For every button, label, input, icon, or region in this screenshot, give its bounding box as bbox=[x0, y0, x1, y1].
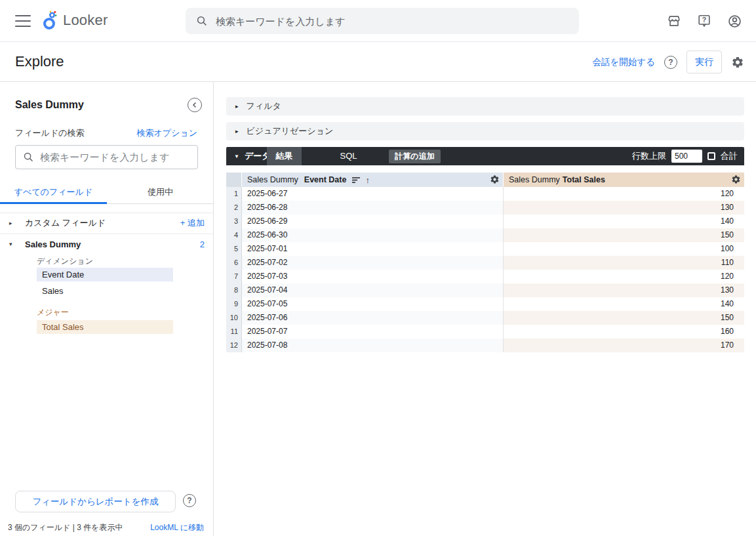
global-search[interactable] bbox=[186, 8, 579, 34]
table-row: 42025-06-30150 bbox=[226, 228, 744, 242]
visualization-panel-label: ビジュアリゼーション bbox=[247, 125, 334, 137]
total-sales-cell[interactable]: 160 bbox=[504, 325, 744, 339]
account-icon[interactable] bbox=[726, 12, 743, 30]
filters-panel-label: フィルタ bbox=[247, 100, 281, 112]
column-gear-icon[interactable] bbox=[490, 175, 500, 184]
total-sales-cell[interactable]: 130 bbox=[504, 201, 744, 215]
event-date-cell[interactable]: 2025-07-07 bbox=[242, 325, 504, 339]
logo-text: Looker bbox=[63, 12, 108, 29]
total-sales-cell[interactable]: 170 bbox=[504, 339, 744, 352]
view-sales-dummy-row[interactable]: ▾ Sales Dummy 2 bbox=[0, 234, 214, 254]
marketplace-icon[interactable] bbox=[666, 12, 683, 30]
column-name: Total Sales bbox=[563, 175, 605, 184]
view-name: Sales Dummy bbox=[25, 239, 200, 249]
table-row: 122025-07-08170 bbox=[226, 339, 744, 352]
totals-label: 合計 bbox=[721, 150, 738, 162]
event-date-cell[interactable]: 2025-07-08 bbox=[242, 339, 504, 352]
tab-in-use[interactable]: 使用中 bbox=[107, 182, 214, 203]
search-options-link[interactable]: 検索オプション bbox=[136, 127, 197, 139]
page-title: Explore bbox=[15, 53, 64, 70]
field-search-label: フィールドの検索 bbox=[15, 127, 85, 139]
sort-ascending-arrow-icon: ↑ bbox=[365, 175, 370, 185]
table-row: 62025-07-02110 bbox=[226, 256, 744, 270]
top-app-bar: Looker ? bbox=[0, 0, 756, 42]
global-search-input[interactable] bbox=[216, 16, 568, 27]
total-sales-cell[interactable]: 140 bbox=[504, 215, 744, 228]
svg-text:?: ? bbox=[702, 16, 706, 24]
column-header-event-date[interactable]: Sales DummyEvent Date ↑ bbox=[242, 173, 504, 187]
event-date-cell[interactable]: 2025-07-06 bbox=[242, 311, 504, 325]
add-calculation-button[interactable]: 計算の追加 bbox=[389, 150, 441, 163]
event-date-cell[interactable]: 2025-07-03 bbox=[242, 270, 504, 283]
results-table-body: 12025-06-2712022025-06-2813032025-06-291… bbox=[226, 187, 744, 352]
column-gear-icon[interactable] bbox=[731, 175, 741, 184]
row-number: 11 bbox=[226, 325, 242, 339]
table-row: 32025-06-29140 bbox=[226, 215, 744, 228]
custom-fields-label: カスタム フィールド bbox=[25, 217, 180, 229]
explore-settings-gear-icon[interactable] bbox=[731, 56, 744, 69]
event-date-cell[interactable]: 2025-07-02 bbox=[242, 256, 504, 270]
table-row: 112025-07-07160 bbox=[226, 325, 744, 339]
results-table-header: Sales DummyEvent Date ↑ Sales DummyTotal… bbox=[226, 173, 744, 187]
event-date-cell[interactable]: 2025-07-05 bbox=[242, 297, 504, 311]
totals-checkbox[interactable] bbox=[707, 152, 715, 160]
tab-results[interactable]: 結果 bbox=[267, 147, 302, 165]
create-report-help-icon[interactable]: ? bbox=[183, 494, 196, 507]
row-number: 12 bbox=[226, 339, 242, 352]
column-prefix: Sales Dummy bbox=[247, 175, 298, 184]
chevron-right-icon: ▸ bbox=[9, 220, 25, 226]
field-sales[interactable]: Sales bbox=[37, 284, 173, 298]
dimensions-section-label: ディメンション bbox=[37, 256, 93, 267]
event-date-cell[interactable]: 2025-07-01 bbox=[242, 242, 504, 256]
data-panel-toggle[interactable]: ▼ データ bbox=[234, 147, 271, 165]
total-sales-cell[interactable]: 120 bbox=[504, 270, 744, 283]
conversation-help-icon[interactable]: ? bbox=[664, 56, 677, 69]
event-date-cell[interactable]: 2025-06-30 bbox=[242, 228, 504, 242]
event-date-cell[interactable]: 2025-06-27 bbox=[242, 187, 504, 201]
total-sales-cell[interactable]: 110 bbox=[504, 256, 744, 270]
total-sales-cell[interactable]: 100 bbox=[504, 242, 744, 256]
total-sales-cell[interactable]: 150 bbox=[504, 228, 744, 242]
total-sales-cell[interactable]: 120 bbox=[504, 187, 744, 201]
row-limit-label: 行数上限 bbox=[632, 150, 666, 162]
row-number: 10 bbox=[226, 311, 242, 325]
table-row: 72025-07-03120 bbox=[226, 270, 744, 283]
visualization-panel-bar[interactable]: ▸ ビジュアリゼーション bbox=[226, 122, 744, 140]
event-date-cell[interactable]: 2025-06-29 bbox=[242, 215, 504, 228]
tab-sql[interactable]: SQL bbox=[331, 147, 366, 165]
event-date-cell[interactable]: 2025-07-04 bbox=[242, 283, 504, 297]
help-icon[interactable]: ? bbox=[696, 12, 713, 30]
looker-logo-icon bbox=[42, 10, 58, 30]
field-event-date[interactable]: Event Date bbox=[37, 268, 173, 281]
event-date-cell[interactable]: 2025-06-28 bbox=[242, 201, 504, 215]
collapse-sidebar-icon[interactable] bbox=[188, 98, 202, 112]
column-header-total-sales[interactable]: Sales DummyTotal Sales bbox=[504, 173, 744, 187]
run-button[interactable]: 実行 bbox=[686, 51, 722, 73]
field-search-input[interactable] bbox=[40, 152, 190, 163]
table-row: 102025-07-06150 bbox=[226, 311, 744, 325]
looker-logo[interactable]: Looker bbox=[42, 10, 108, 30]
create-report-button[interactable]: フィールドからレポートを作成 bbox=[15, 491, 176, 512]
tab-all-fields[interactable]: すべてのフィールド bbox=[0, 182, 107, 203]
total-sales-cell[interactable]: 150 bbox=[504, 311, 744, 325]
start-conversation-link[interactable]: 会話を開始する bbox=[593, 56, 655, 68]
explore-header: Explore 会話を開始する ? 実行 bbox=[0, 42, 756, 82]
row-limit-input[interactable] bbox=[671, 150, 702, 163]
table-row: 92025-07-05140 bbox=[226, 297, 744, 311]
selected-field-count-badge: 2 bbox=[200, 239, 205, 249]
column-prefix: Sales Dummy bbox=[509, 175, 560, 184]
go-to-lookml-link[interactable]: LookML に移動 bbox=[150, 522, 204, 533]
table-row: 82025-07-04130 bbox=[226, 283, 744, 297]
field-search-box[interactable] bbox=[15, 145, 198, 169]
custom-fields-row[interactable]: ▸ カスタム フィールド + 追加 bbox=[0, 213, 214, 233]
total-sales-cell[interactable]: 130 bbox=[504, 283, 744, 297]
row-number: 3 bbox=[226, 215, 242, 228]
field-total-sales[interactable]: Total Sales bbox=[37, 320, 173, 334]
chevron-right-icon: ▸ bbox=[235, 128, 239, 134]
add-custom-field-link[interactable]: + 追加 bbox=[180, 217, 205, 229]
total-sales-cell[interactable]: 140 bbox=[504, 297, 744, 311]
filters-panel-bar[interactable]: ▸ フィルタ bbox=[226, 97, 744, 115]
model-title: Sales Dummy bbox=[15, 99, 84, 111]
menu-icon[interactable] bbox=[15, 15, 31, 27]
explore-content: ▸ フィルタ ▸ ビジュアリゼーション ▼ データ 結果 SQL 計算の追加 行… bbox=[214, 82, 756, 536]
